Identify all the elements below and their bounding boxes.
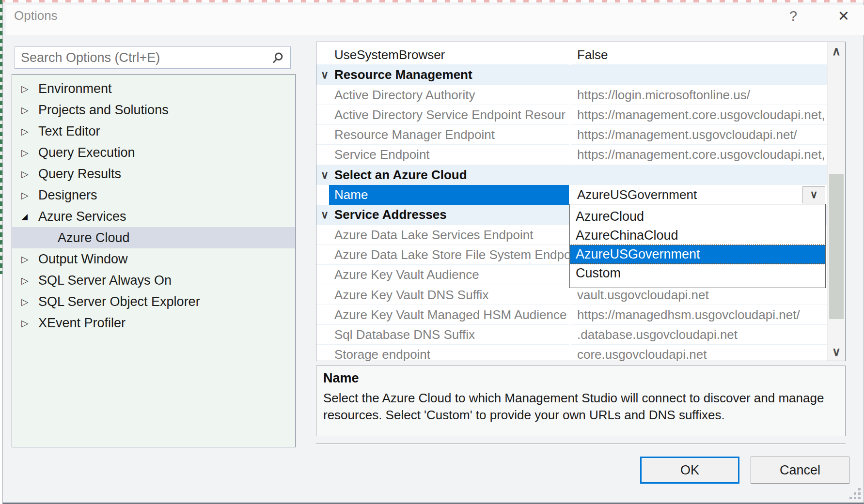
cloud-dropdown-list: AzureCloudAzureChinaCloudAzureUSGovernme…: [569, 204, 826, 288]
tree-item-sql-server-always-on[interactable]: ▷SQL Server Always On: [12, 270, 295, 291]
combo-dropdown-button-icon[interactable]: ∨: [802, 186, 825, 203]
property-row-active-directory-authority[interactable]: Active Directory Authorityhttps://login.…: [316, 85, 827, 105]
property-row-name[interactable]: NameAzureUSGovernment∨: [316, 185, 827, 205]
row-gutter: [316, 105, 329, 125]
tree-item-query-results[interactable]: ▷Query Results: [12, 163, 295, 184]
row-gutter: [316, 345, 329, 361]
collapsed-triangle-icon[interactable]: ▷: [21, 296, 38, 307]
property-row-active-directory-service-endpoint-resour[interactable]: Active Directory Service Endpoint Resour…: [316, 105, 827, 125]
close-button[interactable]: ✕: [830, 5, 858, 27]
property-value[interactable]: AzureUSGovernment∨: [571, 185, 827, 205]
collapsed-triangle-icon[interactable]: ▷: [21, 275, 38, 286]
row-gutter: [316, 185, 329, 205]
resize-grip[interactable]: [849, 488, 861, 500]
tree-item-label: Environment: [38, 81, 112, 96]
row-gutter: [316, 285, 329, 305]
search-icon: [271, 51, 284, 64]
row-gutter: [316, 265, 329, 285]
tree-item-label: Azure Services: [38, 209, 126, 224]
collapsed-triangle-icon[interactable]: ▷: [21, 147, 38, 158]
tree-item-label: Text Editor: [38, 124, 100, 139]
help-button[interactable]: ?: [779, 5, 807, 27]
property-name: Service Endpoint: [329, 145, 569, 165]
property-value[interactable]: https://management.core.usgovcloudapi.ne…: [571, 145, 827, 165]
property-value[interactable]: https://login.microsoftonline.us/: [571, 85, 827, 105]
tree-item-designers[interactable]: ▷Designers: [12, 184, 295, 206]
tree-item-query-execution[interactable]: ▷Query Execution: [12, 142, 295, 163]
property-value[interactable]: False: [571, 45, 827, 65]
grid-scrollbar[interactable]: ∧ ∨: [827, 42, 845, 361]
property-value[interactable]: https://managedhsm.usgovcloudapi.net/: [571, 305, 827, 325]
property-name: Active Directory Authority: [329, 85, 569, 105]
search-box: [15, 46, 291, 69]
property-row-storage-endpoint[interactable]: Storage endpointcore.usgovcloudapi.net: [316, 345, 827, 361]
row-gutter: [316, 145, 329, 165]
tree-item-azure-services[interactable]: ◢Azure Services: [12, 206, 295, 227]
tree-item-label: SQL Server Object Explorer: [38, 294, 200, 309]
tree-item-xevent-profiler[interactable]: ▷XEvent Profiler: [12, 312, 295, 334]
dropdown-item-azurecloud[interactable]: AzureCloud: [570, 207, 825, 226]
tree-item-environment[interactable]: ▷Environment: [12, 78, 295, 99]
dropdown-item-custom[interactable]: Custom: [570, 264, 825, 283]
title-bar[interactable]: [6, 5, 864, 35]
tree-item-output-window[interactable]: ▷Output Window: [12, 248, 295, 270]
row-gutter: [316, 305, 329, 325]
property-name: Active Directory Service Endpoint Resour: [329, 105, 569, 125]
collapsed-triangle-icon[interactable]: ▷: [21, 126, 38, 137]
options-tree: ▷Environment▷Projects and Solutions▷Text…: [12, 74, 296, 447]
dropdown-item-azurechinacloud[interactable]: AzureChinaCloud: [570, 226, 825, 245]
scroll-down-icon[interactable]: ∨: [828, 345, 845, 359]
search-input[interactable]: [21, 50, 271, 65]
tree-item-text-editor[interactable]: ▷Text Editor: [12, 121, 295, 142]
ok-button[interactable]: OK: [640, 457, 739, 484]
collapse-chevron-icon[interactable]: ∨: [319, 65, 330, 85]
collapsed-triangle-icon[interactable]: ▷: [21, 254, 38, 265]
background-window-artifact-left: [0, 0, 2, 274]
collapsed-triangle-icon[interactable]: ▷: [21, 168, 38, 180]
property-row-azure-key-vault-managed-hsm-audience[interactable]: Azure Key Vault Managed HSM Audiencehttp…: [316, 305, 827, 325]
tree-item-label: Query Results: [38, 167, 121, 182]
tree-item-projects-and-solutions[interactable]: ▷Projects and Solutions: [12, 99, 295, 121]
property-row-usesystembrowser[interactable]: UseSystemBrowserFalse: [316, 45, 827, 65]
row-gutter: [316, 325, 329, 345]
property-value[interactable]: https://management.core.usgovcloudapi.ne…: [571, 105, 827, 125]
scrollbar-thumb[interactable]: [829, 174, 844, 319]
collapsed-triangle-icon[interactable]: ▷: [21, 318, 38, 329]
property-value[interactable]: https://management.usgovcloudapi.net/: [571, 125, 827, 145]
collapsed-triangle-icon[interactable]: ▷: [21, 83, 38, 94]
property-row-service-endpoint[interactable]: Service Endpointhttps://management.core.…: [316, 145, 827, 165]
property-grid: UseSystemBrowserFalse∨Resource Managemen…: [316, 42, 846, 361]
row-gutter: [316, 45, 329, 65]
collapse-chevron-icon[interactable]: ∨: [319, 205, 330, 225]
collapsed-triangle-icon[interactable]: ▷: [21, 190, 38, 201]
row-gutter: [316, 125, 329, 145]
dropdown-item-azureusgovernment[interactable]: AzureUSGovernment: [570, 245, 825, 264]
category-row-select-an-azure-cloud[interactable]: ∨Select an Azure Cloud: [316, 165, 827, 185]
footer-separator: [316, 443, 846, 444]
row-gutter: [316, 225, 329, 245]
scroll-up-icon[interactable]: ∧: [828, 44, 845, 58]
property-name: Azure Data Lake Services Endpoint: [329, 225, 569, 245]
property-value[interactable]: core.usgovcloudapi.net: [571, 345, 827, 361]
tree-item-label: Azure Cloud: [58, 230, 130, 245]
property-row-sql-database-dns-suffix[interactable]: Sql Database DNS Suffix.database.usgovcl…: [316, 325, 827, 345]
help-icon: ?: [789, 8, 797, 24]
row-gutter: [316, 245, 329, 265]
description-title: Name: [323, 371, 838, 386]
tree-item-label: SQL Server Always On: [38, 273, 172, 288]
dialog-title: Options: [14, 8, 58, 23]
collapsed-triangle-icon[interactable]: ▷: [21, 105, 38, 116]
expanded-triangle-icon[interactable]: ◢: [21, 212, 38, 222]
property-name: Name: [329, 185, 569, 205]
property-name: Azure Key Vault DNS Suffix: [329, 285, 569, 305]
category-row-resource-management[interactable]: ∨Resource Management: [316, 65, 827, 85]
property-row-resource-manager-endpoint[interactable]: Resource Manager Endpointhttps://managem…: [316, 125, 827, 145]
row-gutter: [316, 85, 329, 105]
tree-item-azure-cloud[interactable]: Azure Cloud: [12, 227, 295, 248]
cancel-button[interactable]: Cancel: [751, 457, 849, 484]
property-value[interactable]: .database.usgovcloudapi.net: [571, 325, 827, 345]
tree-item-label: Output Window: [38, 252, 128, 267]
collapse-chevron-icon[interactable]: ∨: [319, 165, 330, 185]
tree-item-sql-server-object-explorer[interactable]: ▷SQL Server Object Explorer: [12, 291, 295, 312]
property-name: Azure Key Vault Managed HSM Audience: [329, 305, 569, 325]
